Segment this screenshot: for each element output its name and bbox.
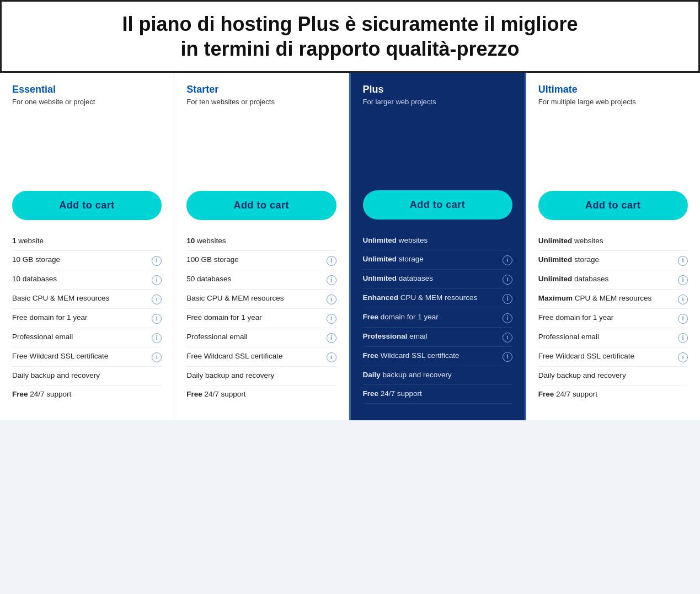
feature-text: Daily backup and recovery bbox=[363, 370, 503, 381]
plan-col-plus: PlusFor larger web projectsAdd to cartUn… bbox=[349, 73, 526, 420]
feature-item: Daily backup and recovery bbox=[363, 366, 512, 385]
feature-item: Daily backup and recovery bbox=[12, 367, 162, 386]
plan-col-essential: EssentialFor one website or projectAdd t… bbox=[0, 73, 174, 420]
add-to-cart-button-plus[interactable]: Add to cart bbox=[363, 190, 512, 220]
feature-text: 50 databases bbox=[186, 274, 326, 285]
info-icon[interactable]: i bbox=[152, 314, 162, 324]
feature-item: Free domain for 1 yeari bbox=[186, 309, 336, 328]
feature-text: Unlimited websites bbox=[538, 236, 678, 247]
feature-text: Free 24/7 support bbox=[186, 389, 326, 400]
plan-col-starter: StarterFor ten websites or projectsAdd t… bbox=[174, 73, 349, 420]
features-list-essential: 1 website10 GB storagei10 databasesiBasi… bbox=[12, 232, 162, 404]
feature-text: Free 24/7 support bbox=[538, 389, 678, 400]
feature-item: 1 website bbox=[12, 232, 162, 251]
plan-spacer-starter bbox=[186, 124, 336, 191]
feature-text: Free Wildcard SSL certificate bbox=[186, 351, 326, 362]
feature-text: Free Wildcard SSL certificate bbox=[363, 351, 503, 361]
feature-bold: Enhanced bbox=[363, 293, 399, 302]
info-icon[interactable]: i bbox=[503, 294, 512, 304]
add-to-cart-button-ultimate[interactable]: Add to cart bbox=[538, 191, 688, 220]
plan-name-essential: Essential bbox=[12, 84, 162, 95]
plan-desc-ultimate: For multiple large web projects bbox=[538, 98, 688, 124]
features-list-plus: Unlimited websitesUnlimited storageiUnli… bbox=[363, 232, 512, 404]
info-icon[interactable]: i bbox=[678, 352, 688, 362]
feature-item: Professional emaili bbox=[363, 328, 512, 347]
info-icon[interactable]: i bbox=[327, 295, 336, 304]
feature-text: Daily backup and recovery bbox=[538, 371, 678, 381]
feature-text: 100 GB storage bbox=[186, 255, 326, 265]
feature-text: Unlimited storage bbox=[538, 255, 678, 265]
info-icon[interactable]: i bbox=[327, 333, 336, 343]
feature-item: Free domain for 1 yeari bbox=[12, 309, 162, 328]
feature-text: 10 databases bbox=[12, 274, 152, 285]
feature-item: Professional emaili bbox=[538, 328, 688, 347]
info-icon[interactable]: i bbox=[327, 275, 336, 285]
info-icon[interactable]: i bbox=[678, 275, 688, 285]
info-icon[interactable]: i bbox=[503, 333, 512, 343]
info-icon[interactable]: i bbox=[678, 295, 688, 304]
feature-item: Unlimited websites bbox=[538, 232, 688, 251]
info-icon[interactable]: i bbox=[327, 314, 336, 324]
feature-item: Daily backup and recovery bbox=[538, 367, 688, 386]
info-icon[interactable]: i bbox=[152, 275, 162, 285]
feature-item: 100 GB storagei bbox=[186, 251, 336, 270]
feature-item: Unlimited websites bbox=[363, 232, 512, 250]
info-icon[interactable]: i bbox=[503, 352, 512, 362]
feature-item: 10 websites bbox=[186, 232, 336, 251]
headline-text: Il piano di hosting Plus è sicuramente i… bbox=[18, 12, 682, 61]
features-list-starter: 10 websites100 GB storagei50 databasesiB… bbox=[186, 232, 336, 404]
feature-text: Enhanced CPU & MEM resources bbox=[363, 293, 503, 303]
feature-bold: Unlimited bbox=[363, 255, 397, 263]
feature-bold: Free bbox=[363, 313, 379, 321]
feature-text: Professional email bbox=[186, 332, 326, 343]
feature-bold: Maximum bbox=[538, 294, 573, 302]
feature-text: Free Wildcard SSL certificate bbox=[12, 351, 152, 362]
feature-text: Free domain for 1 year bbox=[538, 313, 678, 323]
feature-item: Free 24/7 support bbox=[363, 385, 512, 404]
info-icon[interactable]: i bbox=[327, 256, 336, 266]
plan-name-ultimate: Ultimate bbox=[538, 84, 688, 95]
feature-text: Free domain for 1 year bbox=[363, 312, 503, 323]
feature-bold: Free bbox=[186, 390, 202, 398]
feature-item: Daily backup and recovery bbox=[186, 367, 336, 386]
info-icon[interactable]: i bbox=[678, 314, 688, 324]
plan-desc-essential: For one website or project bbox=[12, 98, 162, 124]
feature-item: Free Wildcard SSL certificatei bbox=[538, 347, 688, 367]
info-icon[interactable]: i bbox=[152, 256, 162, 266]
feature-item: Unlimited databasesi bbox=[363, 270, 512, 289]
info-icon[interactable]: i bbox=[327, 352, 336, 362]
feature-bold: Unlimited bbox=[363, 236, 397, 244]
feature-text: Professional email bbox=[363, 331, 503, 342]
feature-item: Basic CPU & MEM resourcesi bbox=[12, 290, 162, 309]
feature-item: Free domain for 1 yeari bbox=[363, 308, 512, 328]
info-icon[interactable]: i bbox=[152, 333, 162, 343]
info-icon[interactable]: i bbox=[503, 255, 512, 265]
plan-col-ultimate: UltimateFor multiple large web projectsA… bbox=[526, 73, 700, 420]
feature-item: Free Wildcard SSL certificatei bbox=[363, 347, 512, 366]
feature-text: 10 websites bbox=[186, 236, 326, 247]
feature-item: Unlimited databasesi bbox=[538, 270, 688, 290]
feature-item: Professional emaili bbox=[186, 328, 336, 347]
feature-item: Professional emaili bbox=[12, 328, 162, 347]
info-icon[interactable]: i bbox=[678, 256, 688, 266]
plan-spacer-plus bbox=[363, 124, 512, 190]
feature-text: Daily backup and recovery bbox=[12, 371, 152, 381]
info-icon[interactable]: i bbox=[152, 352, 162, 362]
feature-bold: Daily bbox=[363, 371, 381, 379]
info-icon[interactable]: i bbox=[678, 333, 688, 343]
info-icon[interactable]: i bbox=[152, 295, 162, 304]
add-to-cart-button-essential[interactable]: Add to cart bbox=[12, 191, 162, 220]
feature-bold: Professional bbox=[363, 332, 408, 340]
feature-text: 1 website bbox=[12, 236, 152, 247]
feature-bold: Unlimited bbox=[538, 255, 573, 264]
feature-item: 50 databasesi bbox=[186, 270, 336, 290]
info-icon[interactable]: i bbox=[503, 275, 512, 285]
add-to-cart-button-starter[interactable]: Add to cart bbox=[186, 191, 336, 220]
feature-text: Free 24/7 support bbox=[12, 389, 152, 400]
feature-item: Free Wildcard SSL certificatei bbox=[12, 347, 162, 367]
info-icon[interactable]: i bbox=[503, 313, 512, 323]
feature-bold: 10 bbox=[186, 237, 195, 245]
plan-spacer-ultimate bbox=[538, 124, 688, 191]
feature-text: Free domain for 1 year bbox=[12, 313, 152, 323]
feature-item: Basic CPU & MEM resourcesi bbox=[186, 290, 336, 309]
